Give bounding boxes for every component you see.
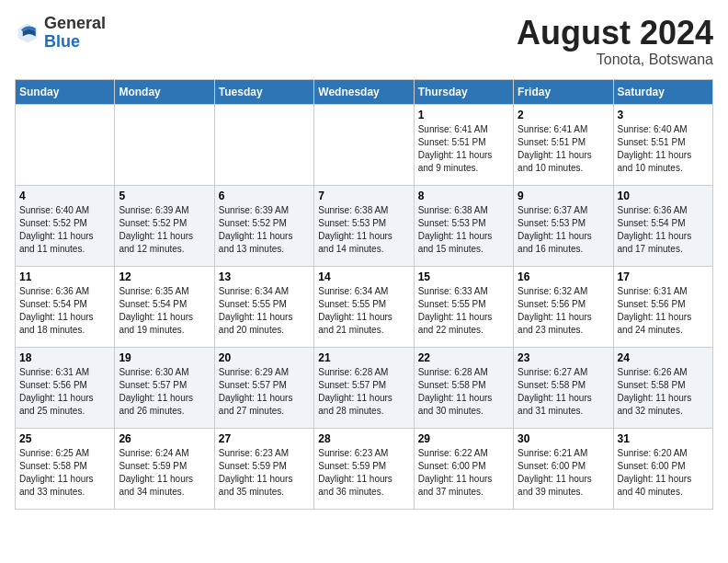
calendar-cell: 28Sunrise: 6:23 AM Sunset: 5:59 PM Dayli… bbox=[314, 428, 414, 509]
day-number: 13 bbox=[219, 270, 310, 283]
calendar-cell: 20Sunrise: 6:29 AM Sunset: 5:57 PM Dayli… bbox=[214, 347, 313, 428]
day-number: 21 bbox=[318, 351, 409, 364]
calendar-cell: 19Sunrise: 6:30 AM Sunset: 5:57 PM Dayli… bbox=[115, 347, 214, 428]
day-number: 25 bbox=[19, 432, 110, 445]
day-number: 2 bbox=[518, 109, 609, 121]
day-info: Sunrise: 6:36 AM Sunset: 5:54 PM Dayligh… bbox=[19, 285, 110, 337]
day-info: Sunrise: 6:20 AM Sunset: 6:00 PM Dayligh… bbox=[618, 447, 709, 499]
day-info: Sunrise: 6:38 AM Sunset: 5:53 PM Dayligh… bbox=[418, 204, 509, 256]
day-number: 3 bbox=[618, 109, 709, 121]
day-number: 19 bbox=[119, 351, 210, 364]
calendar-cell: 31Sunrise: 6:20 AM Sunset: 6:00 PM Dayli… bbox=[613, 428, 712, 509]
day-number: 24 bbox=[618, 351, 709, 364]
calendar-cell: 4Sunrise: 6:40 AM Sunset: 5:52 PM Daylig… bbox=[16, 185, 115, 266]
day-number: 7 bbox=[318, 190, 409, 202]
calendar-cell: 18Sunrise: 6:31 AM Sunset: 5:56 PM Dayli… bbox=[16, 347, 115, 428]
logo-general-text: General bbox=[44, 14, 106, 32]
day-info: Sunrise: 6:38 AM Sunset: 5:53 PM Dayligh… bbox=[318, 204, 409, 256]
day-number: 15 bbox=[418, 270, 509, 283]
calendar-cell: 15Sunrise: 6:33 AM Sunset: 5:55 PM Dayli… bbox=[414, 266, 513, 347]
calendar-cell: 1Sunrise: 6:41 AM Sunset: 5:51 PM Daylig… bbox=[414, 104, 513, 185]
day-info: Sunrise: 6:23 AM Sunset: 5:59 PM Dayligh… bbox=[318, 447, 409, 499]
day-info: Sunrise: 6:22 AM Sunset: 6:00 PM Dayligh… bbox=[418, 447, 509, 499]
day-info: Sunrise: 6:41 AM Sunset: 5:51 PM Dayligh… bbox=[518, 123, 609, 175]
day-info: Sunrise: 6:34 AM Sunset: 5:55 PM Dayligh… bbox=[219, 285, 310, 337]
day-info: Sunrise: 6:28 AM Sunset: 5:58 PM Dayligh… bbox=[418, 366, 509, 418]
day-header-sunday: Sunday bbox=[16, 79, 115, 104]
calendar-cell: 13Sunrise: 6:34 AM Sunset: 5:55 PM Dayli… bbox=[214, 266, 313, 347]
day-header-thursday: Thursday bbox=[414, 79, 513, 104]
day-header-tuesday: Tuesday bbox=[214, 79, 313, 104]
calendar-cell: 21Sunrise: 6:28 AM Sunset: 5:57 PM Dayli… bbox=[314, 347, 414, 428]
calendar-cell: 14Sunrise: 6:34 AM Sunset: 5:55 PM Dayli… bbox=[314, 266, 414, 347]
day-header-wednesday: Wednesday bbox=[314, 79, 414, 104]
calendar-week-3: 11Sunrise: 6:36 AM Sunset: 5:54 PM Dayli… bbox=[16, 266, 713, 347]
day-number: 12 bbox=[119, 270, 210, 283]
calendar-cell: 5Sunrise: 6:39 AM Sunset: 5:52 PM Daylig… bbox=[115, 185, 214, 266]
day-number: 18 bbox=[19, 351, 110, 364]
calendar-cell: 22Sunrise: 6:28 AM Sunset: 5:58 PM Dayli… bbox=[414, 347, 513, 428]
calendar-cell: 8Sunrise: 6:38 AM Sunset: 5:53 PM Daylig… bbox=[414, 185, 513, 266]
calendar-cell bbox=[314, 104, 414, 185]
month-year-title: August 2024 bbox=[517, 15, 713, 52]
calendar-cell bbox=[115, 104, 214, 185]
day-number: 26 bbox=[119, 432, 210, 445]
logo: General Blue bbox=[15, 15, 106, 52]
day-info: Sunrise: 6:36 AM Sunset: 5:54 PM Dayligh… bbox=[618, 204, 709, 256]
day-number: 31 bbox=[618, 432, 709, 445]
day-number: 14 bbox=[318, 270, 409, 283]
day-header-saturday: Saturday bbox=[613, 79, 712, 104]
day-info: Sunrise: 6:39 AM Sunset: 5:52 PM Dayligh… bbox=[219, 204, 310, 256]
day-info: Sunrise: 6:37 AM Sunset: 5:53 PM Dayligh… bbox=[518, 204, 609, 256]
day-number: 6 bbox=[219, 190, 310, 202]
calendar-cell: 12Sunrise: 6:35 AM Sunset: 5:54 PM Dayli… bbox=[115, 266, 214, 347]
calendar-cell: 25Sunrise: 6:25 AM Sunset: 5:58 PM Dayli… bbox=[16, 428, 115, 509]
calendar-cell: 2Sunrise: 6:41 AM Sunset: 5:51 PM Daylig… bbox=[514, 104, 613, 185]
day-number: 20 bbox=[219, 351, 310, 364]
calendar-cell: 7Sunrise: 6:38 AM Sunset: 5:53 PM Daylig… bbox=[314, 185, 414, 266]
calendar-cell: 23Sunrise: 6:27 AM Sunset: 5:58 PM Dayli… bbox=[514, 347, 613, 428]
day-number: 8 bbox=[418, 190, 509, 202]
calendar-header-row: SundayMondayTuesdayWednesdayThursdayFrid… bbox=[16, 79, 713, 104]
calendar-cell: 9Sunrise: 6:37 AM Sunset: 5:53 PM Daylig… bbox=[514, 185, 613, 266]
location-subtitle: Tonota, Botswana bbox=[517, 52, 713, 68]
title-block: August 2024 Tonota, Botswana bbox=[517, 15, 713, 68]
calendar-cell: 30Sunrise: 6:21 AM Sunset: 6:00 PM Dayli… bbox=[514, 428, 613, 509]
day-info: Sunrise: 6:26 AM Sunset: 5:58 PM Dayligh… bbox=[618, 366, 709, 418]
day-info: Sunrise: 6:27 AM Sunset: 5:58 PM Dayligh… bbox=[518, 366, 609, 418]
calendar-cell: 6Sunrise: 6:39 AM Sunset: 5:52 PM Daylig… bbox=[214, 185, 313, 266]
day-header-friday: Friday bbox=[514, 79, 613, 104]
day-number: 28 bbox=[318, 432, 409, 445]
calendar-cell: 3Sunrise: 6:40 AM Sunset: 5:51 PM Daylig… bbox=[613, 104, 712, 185]
day-info: Sunrise: 6:24 AM Sunset: 5:59 PM Dayligh… bbox=[119, 447, 210, 499]
day-info: Sunrise: 6:35 AM Sunset: 5:54 PM Dayligh… bbox=[119, 285, 210, 337]
day-info: Sunrise: 6:25 AM Sunset: 5:58 PM Dayligh… bbox=[19, 447, 110, 499]
calendar-cell bbox=[214, 104, 313, 185]
calendar-cell: 17Sunrise: 6:31 AM Sunset: 5:56 PM Dayli… bbox=[613, 266, 712, 347]
day-number: 1 bbox=[418, 109, 509, 121]
day-number: 30 bbox=[518, 432, 609, 445]
day-header-monday: Monday bbox=[115, 79, 214, 104]
calendar-cell: 24Sunrise: 6:26 AM Sunset: 5:58 PM Dayli… bbox=[613, 347, 712, 428]
day-number: 4 bbox=[19, 190, 110, 202]
day-info: Sunrise: 6:41 AM Sunset: 5:51 PM Dayligh… bbox=[418, 123, 509, 175]
calendar-week-5: 25Sunrise: 6:25 AM Sunset: 5:58 PM Dayli… bbox=[16, 428, 713, 509]
day-info: Sunrise: 6:40 AM Sunset: 5:52 PM Dayligh… bbox=[19, 204, 110, 256]
day-number: 10 bbox=[618, 190, 709, 202]
day-info: Sunrise: 6:34 AM Sunset: 5:55 PM Dayligh… bbox=[318, 285, 409, 337]
day-number: 11 bbox=[19, 270, 110, 283]
day-info: Sunrise: 6:23 AM Sunset: 5:59 PM Dayligh… bbox=[219, 447, 310, 499]
calendar-cell: 10Sunrise: 6:36 AM Sunset: 5:54 PM Dayli… bbox=[613, 185, 712, 266]
calendar-cell: 29Sunrise: 6:22 AM Sunset: 6:00 PM Dayli… bbox=[414, 428, 513, 509]
logo-icon bbox=[15, 20, 40, 46]
calendar-week-1: 1Sunrise: 6:41 AM Sunset: 5:51 PM Daylig… bbox=[16, 104, 713, 185]
calendar-table: SundayMondayTuesdayWednesdayThursdayFrid… bbox=[15, 79, 713, 510]
day-info: Sunrise: 6:29 AM Sunset: 5:57 PM Dayligh… bbox=[219, 366, 310, 418]
calendar-cell: 26Sunrise: 6:24 AM Sunset: 5:59 PM Dayli… bbox=[115, 428, 214, 509]
day-info: Sunrise: 6:30 AM Sunset: 5:57 PM Dayligh… bbox=[119, 366, 210, 418]
day-info: Sunrise: 6:39 AM Sunset: 5:52 PM Dayligh… bbox=[119, 204, 210, 256]
logo-text: General Blue bbox=[44, 15, 106, 52]
calendar-cell bbox=[16, 104, 115, 185]
day-info: Sunrise: 6:32 AM Sunset: 5:56 PM Dayligh… bbox=[518, 285, 609, 337]
day-number: 27 bbox=[219, 432, 310, 445]
